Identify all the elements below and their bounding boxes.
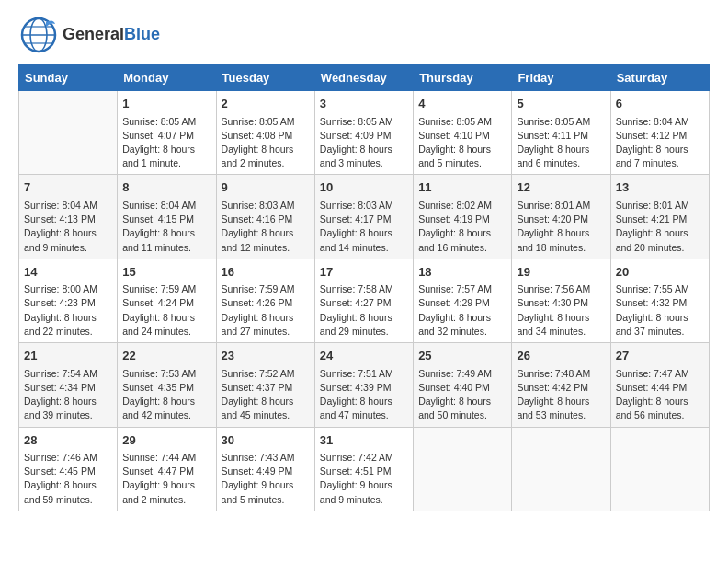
day-info: Sunrise: 8:05 AMSunset: 4:09 PMDaylight:… — [320, 115, 408, 171]
col-header-tuesday: Tuesday — [216, 65, 314, 91]
day-number: 31 — [320, 431, 408, 450]
calendar-cell: 17Sunrise: 7:58 AMSunset: 4:27 PMDayligh… — [314, 259, 413, 342]
logo: GeneralBlue — [18, 15, 160, 55]
calendar-cell: 13Sunrise: 8:01 AMSunset: 4:21 PMDayligh… — [610, 175, 709, 259]
day-number: 12 — [517, 178, 605, 197]
day-number: 22 — [122, 347, 210, 365]
day-info: Sunrise: 8:04 AMSunset: 4:15 PMDaylight:… — [122, 199, 210, 255]
day-number: 8 — [122, 178, 210, 197]
day-number: 15 — [122, 263, 210, 282]
day-number: 16 — [222, 263, 310, 282]
calendar-cell: 10Sunrise: 8:03 AMSunset: 4:17 PMDayligh… — [314, 175, 413, 259]
day-info: Sunrise: 7:56 AMSunset: 4:30 PMDaylight:… — [517, 282, 605, 339]
calendar-cell — [19, 91, 118, 175]
logo-icon — [18, 15, 59, 55]
day-info: Sunrise: 7:42 AMSunset: 4:51 PMDaylight:… — [320, 451, 408, 507]
calendar-cell: 3Sunrise: 8:05 AMSunset: 4:09 PMDaylight… — [314, 91, 413, 175]
day-number: 2 — [222, 95, 310, 113]
day-info: Sunrise: 7:54 AMSunset: 4:34 PMDaylight:… — [24, 367, 112, 423]
calendar-cell: 27Sunrise: 7:47 AMSunset: 4:44 PMDayligh… — [610, 343, 709, 427]
day-info: Sunrise: 7:49 AMSunset: 4:40 PMDaylight:… — [418, 367, 506, 423]
day-number: 23 — [222, 347, 310, 365]
day-info: Sunrise: 7:59 AMSunset: 4:26 PMDaylight:… — [222, 282, 310, 339]
day-number: 17 — [320, 263, 408, 282]
calendar-week-4: 21Sunrise: 7:54 AMSunset: 4:34 PMDayligh… — [19, 343, 710, 427]
calendar-cell: 11Sunrise: 8:02 AMSunset: 4:19 PMDayligh… — [414, 175, 512, 259]
col-header-thursday: Thursday — [414, 65, 512, 91]
day-info: Sunrise: 8:04 AMSunset: 4:12 PMDaylight:… — [616, 115, 704, 171]
day-info: Sunrise: 8:04 AMSunset: 4:13 PMDaylight:… — [24, 199, 112, 255]
calendar-week-1: 1Sunrise: 8:05 AMSunset: 4:07 PMDaylight… — [19, 91, 710, 175]
day-number: 27 — [616, 347, 704, 365]
calendar-cell: 20Sunrise: 7:55 AMSunset: 4:32 PMDayligh… — [610, 259, 709, 342]
day-info: Sunrise: 8:01 AMSunset: 4:20 PMDaylight:… — [517, 199, 605, 255]
day-number: 28 — [24, 431, 112, 450]
calendar-cell: 31Sunrise: 7:42 AMSunset: 4:51 PMDayligh… — [314, 427, 413, 511]
day-number: 3 — [320, 95, 408, 113]
day-number: 1 — [122, 95, 210, 113]
day-number: 13 — [616, 178, 704, 197]
calendar-week-2: 7Sunrise: 8:04 AMSunset: 4:13 PMDaylight… — [19, 175, 710, 259]
calendar-cell — [610, 427, 709, 511]
day-number: 5 — [517, 95, 605, 113]
day-info: Sunrise: 8:03 AMSunset: 4:17 PMDaylight:… — [320, 199, 408, 255]
day-info: Sunrise: 7:47 AMSunset: 4:44 PMDaylight:… — [616, 367, 704, 423]
day-info: Sunrise: 8:05 AMSunset: 4:11 PMDaylight:… — [517, 115, 605, 171]
day-info: Sunrise: 7:55 AMSunset: 4:32 PMDaylight:… — [616, 282, 704, 339]
day-info: Sunrise: 7:44 AMSunset: 4:47 PMDaylight:… — [122, 451, 210, 507]
logo-general: General — [63, 25, 124, 43]
calendar-cell: 30Sunrise: 7:43 AMSunset: 4:49 PMDayligh… — [216, 427, 314, 511]
calendar-cell: 7Sunrise: 8:04 AMSunset: 4:13 PMDaylight… — [19, 175, 118, 259]
calendar-cell: 6Sunrise: 8:04 AMSunset: 4:12 PMDaylight… — [610, 91, 709, 175]
calendar-cell: 25Sunrise: 7:49 AMSunset: 4:40 PMDayligh… — [414, 343, 512, 427]
calendar-cell: 28Sunrise: 7:46 AMSunset: 4:45 PMDayligh… — [19, 427, 118, 511]
day-info: Sunrise: 7:48 AMSunset: 4:42 PMDaylight:… — [517, 367, 605, 423]
calendar-cell: 24Sunrise: 7:51 AMSunset: 4:39 PMDayligh… — [314, 343, 413, 427]
calendar-cell: 26Sunrise: 7:48 AMSunset: 4:42 PMDayligh… — [512, 343, 610, 427]
calendar-cell: 18Sunrise: 7:57 AMSunset: 4:29 PMDayligh… — [414, 259, 512, 342]
day-info: Sunrise: 8:05 AMSunset: 4:10 PMDaylight:… — [418, 115, 506, 171]
day-number: 29 — [122, 431, 210, 450]
day-number: 26 — [517, 347, 605, 365]
day-info: Sunrise: 7:43 AMSunset: 4:49 PMDaylight:… — [222, 451, 310, 507]
col-header-saturday: Saturday — [610, 65, 709, 91]
calendar-week-3: 14Sunrise: 8:00 AMSunset: 4:23 PMDayligh… — [19, 259, 710, 342]
day-info: Sunrise: 7:57 AMSunset: 4:29 PMDaylight:… — [418, 282, 506, 339]
calendar-cell: 14Sunrise: 8:00 AMSunset: 4:23 PMDayligh… — [19, 259, 118, 342]
day-info: Sunrise: 7:51 AMSunset: 4:39 PMDaylight:… — [320, 367, 408, 423]
day-info: Sunrise: 8:01 AMSunset: 4:21 PMDaylight:… — [616, 199, 704, 255]
day-number: 4 — [418, 95, 506, 113]
calendar-cell: 5Sunrise: 8:05 AMSunset: 4:11 PMDaylight… — [512, 91, 610, 175]
day-info: Sunrise: 8:00 AMSunset: 4:23 PMDaylight:… — [24, 282, 112, 339]
day-number: 18 — [418, 263, 506, 282]
calendar-cell: 8Sunrise: 8:04 AMSunset: 4:15 PMDaylight… — [118, 175, 216, 259]
calendar-cell: 22Sunrise: 7:53 AMSunset: 4:35 PMDayligh… — [118, 343, 216, 427]
day-number: 10 — [320, 178, 408, 197]
day-number: 14 — [24, 263, 112, 282]
col-header-monday: Monday — [118, 65, 216, 91]
day-info: Sunrise: 7:46 AMSunset: 4:45 PMDaylight:… — [24, 451, 112, 507]
day-number: 9 — [222, 178, 310, 197]
col-header-friday: Friday — [512, 65, 610, 91]
day-number: 24 — [320, 347, 408, 365]
day-info: Sunrise: 8:05 AMSunset: 4:08 PMDaylight:… — [222, 115, 310, 171]
calendar-cell: 4Sunrise: 8:05 AMSunset: 4:10 PMDaylight… — [414, 91, 512, 175]
calendar-cell: 16Sunrise: 7:59 AMSunset: 4:26 PMDayligh… — [216, 259, 314, 342]
calendar-table: SundayMondayTuesdayWednesdayThursdayFrid… — [18, 64, 710, 511]
day-info: Sunrise: 7:59 AMSunset: 4:24 PMDaylight:… — [122, 282, 210, 339]
col-header-sunday: Sunday — [19, 65, 118, 91]
day-number: 20 — [616, 263, 704, 282]
day-info: Sunrise: 7:52 AMSunset: 4:37 PMDaylight:… — [222, 367, 310, 423]
day-info: Sunrise: 7:53 AMSunset: 4:35 PMDaylight:… — [122, 367, 210, 423]
calendar-header-row: SundayMondayTuesdayWednesdayThursdayFrid… — [19, 65, 710, 91]
calendar-cell — [414, 427, 512, 511]
day-info: Sunrise: 8:02 AMSunset: 4:19 PMDaylight:… — [418, 199, 506, 255]
logo-blue: Blue — [124, 25, 160, 43]
day-number: 7 — [24, 178, 112, 197]
day-number: 21 — [24, 347, 112, 365]
day-info: Sunrise: 8:05 AMSunset: 4:07 PMDaylight:… — [122, 115, 210, 171]
day-number: 19 — [517, 263, 605, 282]
calendar-cell: 15Sunrise: 7:59 AMSunset: 4:24 PMDayligh… — [118, 259, 216, 342]
calendar-cell — [512, 427, 610, 511]
day-number: 11 — [418, 178, 506, 197]
